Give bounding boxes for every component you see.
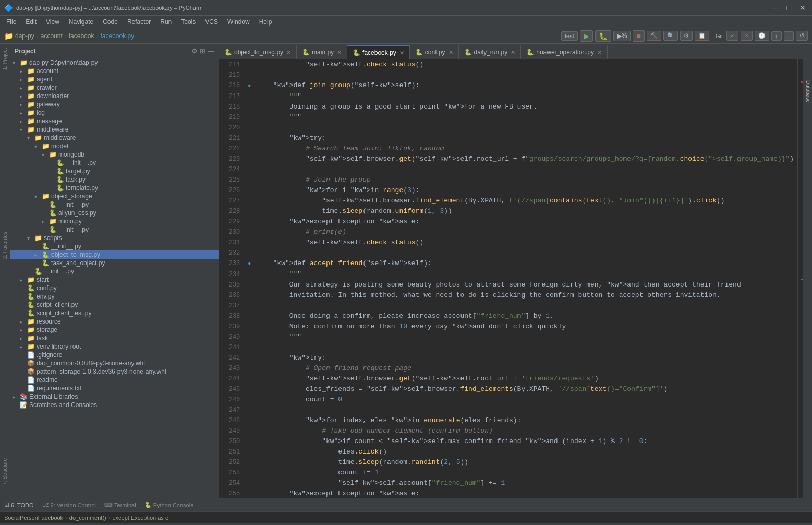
run-config-select[interactable]: test bbox=[561, 31, 578, 41]
editor-tab-daily-run[interactable]: 🐍 daily_run.py✕ bbox=[459, 45, 522, 59]
tree-item-__init___py[interactable]: 🐍__init__.py bbox=[10, 242, 219, 250]
editor-tab-facebook[interactable]: 🐍 facebook.py✕ bbox=[347, 45, 410, 59]
tree-item-resource[interactable]: ▸📁resource bbox=[10, 317, 219, 326]
tree-item-start[interactable]: ▸📁start bbox=[10, 276, 219, 284]
tree-item-external_libraries[interactable]: ▸📚External Libraries bbox=[10, 392, 219, 401]
tree-item-venv_library_root[interactable]: ▸📁venv library root bbox=[10, 342, 219, 351]
tree-item-__init___py[interactable]: 🐍__init__.py bbox=[10, 159, 219, 167]
tab-close-button[interactable]: ✕ bbox=[286, 49, 291, 56]
tree-item-crawler[interactable]: ▸📁crawler bbox=[10, 83, 219, 92]
tree-item-task_py[interactable]: 🐍task.py bbox=[10, 175, 219, 184]
tree-item-task_and_object_py[interactable]: 🐍task_and_object.py bbox=[10, 259, 219, 267]
bc-method[interactable]: do_comment() bbox=[69, 515, 106, 521]
python-console-tab[interactable]: 🐍 Python Console bbox=[144, 502, 194, 508]
tree-item-pattern_storage_1_0_3_dev36_py3_none_any_whl[interactable]: 📦pattern_storage-1.0.3.dev36-py3-none-an… bbox=[10, 367, 219, 376]
tree-item-task[interactable]: ▸📁task bbox=[10, 334, 219, 342]
sidebar-expand-icon[interactable]: ⊞ bbox=[200, 47, 205, 55]
menu-item-run[interactable]: Run bbox=[156, 17, 176, 27]
menu-item-code[interactable]: Code bbox=[99, 17, 122, 27]
line-gutter bbox=[244, 123, 254, 133]
tree-item-object_storage[interactable]: ▾📁object_storage bbox=[10, 192, 219, 200]
tree-item-_gitignore[interactable]: 📄.gitignore bbox=[10, 351, 219, 359]
close-button[interactable]: ✕ bbox=[797, 4, 808, 12]
tree-item-agent[interactable]: ▸📁agent bbox=[10, 75, 219, 83]
menu-item-view[interactable]: View bbox=[42, 17, 64, 27]
menu-item-refactor[interactable]: Refactor bbox=[123, 17, 155, 27]
tree-item-script_client_py[interactable]: 🐍script_client.py bbox=[10, 301, 219, 309]
editor-tab-conf[interactable]: 🐍 conf.py✕ bbox=[410, 45, 459, 59]
stop-button[interactable]: ■ bbox=[633, 30, 644, 42]
debug-button[interactable]: 🐛 bbox=[595, 30, 611, 42]
tree-item-__init___py[interactable]: 🐍__init__.py bbox=[10, 267, 219, 276]
nav-facebook[interactable]: facebook bbox=[69, 32, 94, 40]
maximize-button[interactable]: □ bbox=[785, 4, 793, 12]
tree-item-dap_common_0_0_89_py3_none_any_whl[interactable]: 📦dap_common-0.0.89-py3-none-any.whl bbox=[10, 359, 219, 367]
code-editor[interactable]: 214 "self-kw">self.check_status()215216●… bbox=[219, 59, 797, 498]
sidebar-collapse-icon[interactable]: — bbox=[208, 47, 214, 55]
tree-item-middleware[interactable]: ▾📁middleware bbox=[10, 125, 219, 134]
sidebar-cog-icon[interactable]: ⚙ bbox=[191, 47, 198, 55]
tab-close-button[interactable]: ✕ bbox=[337, 49, 342, 56]
editor-tab-huawei-operation[interactable]: 🐍 huawei_operation.py✕ bbox=[521, 45, 608, 59]
tree-item-message[interactable]: ▸📁message bbox=[10, 117, 219, 125]
tree-item-script_client_test_py[interactable]: 🐍script_client_test.py bbox=[10, 309, 219, 317]
editor-tab-object-to_msg[interactable]: 🐍 object_to_msg.py✕ bbox=[219, 45, 297, 59]
tree-item-dap_py_d__python_dap_py[interactable]: ▾📁dap-py D:\python\dap-py bbox=[10, 58, 219, 67]
tree-item-log[interactable]: ▸📁log bbox=[10, 109, 219, 117]
build-button[interactable]: 🔨 bbox=[647, 31, 661, 41]
tree-item-readme[interactable]: 📄readme bbox=[10, 376, 219, 384]
tree-item-minio_py[interactable]: ▸📁minio.py bbox=[10, 217, 219, 225]
tree-item-gateway[interactable]: ▸📁gateway bbox=[10, 100, 219, 109]
menu-item-navigate[interactable]: Navigate bbox=[65, 17, 98, 27]
todo-tab[interactable]: ☑ 6: TODO bbox=[4, 502, 34, 508]
nav-account[interactable]: account bbox=[41, 32, 63, 40]
vcs-button[interactable]: 📋 bbox=[695, 31, 709, 41]
tree-item-account[interactable]: ▸📁account bbox=[10, 67, 219, 75]
project-panel-button[interactable]: 1: Project bbox=[1, 46, 9, 72]
tree-item-target_py[interactable]: 🐍target.py bbox=[10, 167, 219, 175]
line-number: 237 bbox=[219, 301, 244, 311]
tree-item-middleware[interactable]: ▾📁middleware bbox=[10, 134, 219, 142]
menu-item-vcs[interactable]: VCS bbox=[201, 17, 222, 27]
tree-item-__init___py[interactable]: 🐍__init__.py bbox=[10, 200, 219, 209]
tree-item-template_py[interactable]: 🐍template.py bbox=[10, 184, 219, 192]
menu-item-help[interactable]: Help bbox=[255, 17, 276, 27]
bc-exception[interactable]: except Exception as e bbox=[112, 515, 168, 521]
tab-close-button[interactable]: ✕ bbox=[511, 49, 515, 56]
revert-button[interactable]: ↺ bbox=[796, 31, 808, 41]
tree-item-scratches_and_consoles[interactable]: 📝Scratches and Consoles bbox=[10, 401, 219, 409]
tree-item-model[interactable]: ▾📁model bbox=[10, 142, 219, 150]
menu-item-file[interactable]: File bbox=[2, 17, 20, 27]
tree-item-requirements_txt[interactable]: 📄requirements.txt bbox=[10, 384, 219, 392]
nav-project[interactable]: dap-py bbox=[15, 32, 34, 40]
tree-item-downloader[interactable]: ▸📁downloader bbox=[10, 92, 219, 100]
tree-item-mongodb[interactable]: ▾📁mongodb bbox=[10, 150, 219, 159]
menu-item-tools[interactable]: Tools bbox=[177, 17, 200, 27]
menu-item-window[interactable]: Window bbox=[223, 17, 254, 27]
run-button[interactable]: ▶ bbox=[580, 30, 593, 42]
database-panel-button[interactable]: Database bbox=[804, 77, 812, 106]
search-everywhere[interactable]: 🔍 bbox=[663, 31, 678, 41]
run-with-coverage[interactable]: ▶% bbox=[613, 31, 631, 41]
code-line: 255 "kw">except Exception "kw">as e: bbox=[219, 488, 797, 498]
vcs-tab[interactable]: ⎇ 9: Version Control bbox=[42, 502, 96, 508]
bc-class[interactable]: SocialPersonFacebook bbox=[4, 515, 63, 521]
editor-tab-main[interactable]: 🐍 main.py✕ bbox=[297, 45, 347, 59]
tree-item-env_py[interactable]: 🐍env.py bbox=[10, 292, 219, 301]
structure-button[interactable]: 7: Structure bbox=[1, 456, 9, 487]
tab-close-button[interactable]: ✕ bbox=[399, 50, 404, 56]
tree-item-storage[interactable]: ▸📁storage bbox=[10, 326, 219, 334]
settings-button[interactable]: ⚙ bbox=[680, 31, 693, 41]
tree-item-scripts[interactable]: ▾📁scripts bbox=[10, 234, 219, 242]
tab-close-button[interactable]: ✕ bbox=[449, 49, 453, 56]
minimize-button[interactable]: ─ bbox=[771, 4, 781, 12]
terminal-tab[interactable]: ⌨ Terminal bbox=[104, 502, 136, 508]
tree-item-conf_py[interactable]: 🐍conf.py bbox=[10, 284, 219, 292]
tab-close-button[interactable]: ✕ bbox=[597, 49, 602, 56]
tree-item-aliyun_oss_py[interactable]: 🐍aliyun_oss.py bbox=[10, 209, 219, 217]
nav-file[interactable]: facebook.py bbox=[100, 32, 134, 40]
tree-item-object_to_msg_py[interactable]: ▸🐍object_to_msg.py bbox=[10, 250, 219, 259]
tree-item-__init___py[interactable]: 🐍__init__.py bbox=[10, 225, 219, 234]
menu-item-edit[interactable]: Edit bbox=[21, 17, 41, 27]
favorites-button[interactable]: 2: Favorites bbox=[1, 230, 9, 261]
